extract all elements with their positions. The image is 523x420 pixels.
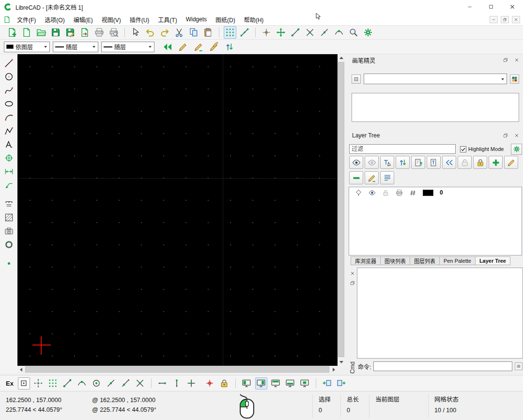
restrict-orthogonal-button[interactable] bbox=[185, 377, 198, 390]
grid-toggle-button[interactable] bbox=[224, 26, 236, 39]
pick-pen-button[interactable] bbox=[177, 41, 189, 53]
dock-area-right-button[interactable] bbox=[255, 377, 267, 390]
snap-entity-button[interactable] bbox=[76, 377, 88, 390]
new-from-template-button[interactable] bbox=[20, 26, 33, 39]
layer-lock-icon[interactable] bbox=[382, 189, 389, 196]
layer-construction-icon[interactable] bbox=[409, 189, 416, 196]
scroll-up-arrow[interactable] bbox=[338, 54, 345, 61]
command-history-output[interactable] bbox=[357, 268, 523, 359]
current-layer-flag-icon[interactable] bbox=[355, 189, 362, 196]
menu-options[interactable]: 选项(O) bbox=[40, 14, 69, 25]
mdi-close-button[interactable] bbox=[512, 16, 520, 23]
paste-button[interactable] bbox=[202, 26, 215, 39]
snap-free-button[interactable] bbox=[32, 377, 45, 390]
isometric-grid-button[interactable] bbox=[238, 26, 251, 39]
layer-list[interactable]: 0 bbox=[349, 187, 522, 255]
apply-pen-button[interactable] bbox=[192, 41, 205, 53]
layer-print-icon[interactable] bbox=[396, 189, 403, 196]
command-close-button[interactable] bbox=[349, 270, 356, 277]
dimension-tool-button[interactable] bbox=[2, 165, 15, 178]
previous-view-button[interactable] bbox=[161, 41, 174, 53]
layer-row[interactable]: 0 bbox=[349, 187, 522, 198]
hatch-tool-button[interactable] bbox=[2, 211, 15, 224]
exclusive-snap-toggle-button[interactable] bbox=[18, 377, 30, 390]
point-tool-button[interactable] bbox=[2, 257, 15, 270]
layer-color-combobox[interactable]: 依图层 bbox=[4, 42, 50, 52]
layer-properties-button[interactable] bbox=[380, 171, 394, 184]
highlight-mode-checkbox[interactable] bbox=[460, 146, 466, 152]
hide-all-layers-button[interactable] bbox=[365, 156, 379, 169]
menu-edit[interactable]: 编辑(E) bbox=[69, 14, 97, 25]
snap-intersection-button[interactable] bbox=[304, 26, 316, 39]
chevron-down-icon[interactable] bbox=[42, 42, 49, 52]
snap-grid-button[interactable] bbox=[275, 26, 287, 39]
print-preview-button[interactable] bbox=[108, 26, 120, 39]
text-tool-button[interactable] bbox=[2, 138, 15, 150]
leader-tool-button[interactable] bbox=[2, 179, 15, 191]
snap-middle-button[interactable] bbox=[105, 377, 117, 390]
collapse-tree-button[interactable] bbox=[442, 156, 456, 169]
ellipse-tool-button[interactable] bbox=[2, 97, 15, 110]
mtext-tool-button[interactable] bbox=[2, 197, 15, 210]
lock-all-layers-button[interactable] bbox=[473, 156, 487, 169]
cut-button[interactable] bbox=[173, 26, 185, 39]
print-button[interactable] bbox=[93, 26, 106, 39]
snap-distance-button[interactable] bbox=[120, 377, 132, 390]
mdi-minimize-button[interactable] bbox=[490, 16, 498, 23]
layer-filter-input[interactable] bbox=[349, 144, 456, 154]
zoom-pointer-button[interactable] bbox=[347, 26, 360, 39]
restrict-vertical-button[interactable] bbox=[171, 377, 183, 390]
horizontal-scroll-thumb[interactable] bbox=[25, 366, 329, 373]
rename-layer-button[interactable] bbox=[365, 171, 379, 184]
swap-pen-button[interactable] bbox=[223, 41, 236, 53]
snap-middle-button[interactable] bbox=[318, 26, 331, 39]
scroll-right-arrow[interactable] bbox=[330, 366, 338, 373]
layer-tree-close-button[interactable] bbox=[513, 132, 521, 139]
menu-plugins[interactable]: 插件(U) bbox=[125, 14, 154, 25]
tab-layer-list[interactable]: 图层列表 bbox=[410, 256, 440, 265]
export-button[interactable] bbox=[78, 26, 91, 39]
horizontal-scrollbar[interactable] bbox=[17, 366, 338, 373]
pen-wizard-combo-input[interactable] bbox=[366, 74, 499, 84]
edit-layer-button[interactable] bbox=[504, 156, 518, 169]
snap-entity-button[interactable] bbox=[333, 26, 345, 39]
pen-wizard-pin-button[interactable] bbox=[352, 75, 361, 84]
circle-tool-button[interactable] bbox=[2, 70, 15, 83]
copy-pen-button[interactable] bbox=[208, 41, 220, 53]
import-layers-button[interactable] bbox=[427, 156, 441, 169]
dock-area-left-button[interactable] bbox=[241, 377, 253, 390]
command-options-button[interactable] bbox=[515, 362, 523, 370]
tab-block-list[interactable]: 图块列表 bbox=[380, 256, 410, 265]
pen-wizard-close-button[interactable] bbox=[513, 57, 521, 64]
snap-grid-button[interactable] bbox=[47, 377, 59, 390]
vertical-scrollbar[interactable] bbox=[338, 54, 345, 366]
tab-pen-palette[interactable]: Pen Palette bbox=[439, 256, 476, 265]
snap-center-button[interactable] bbox=[91, 377, 103, 390]
copy-button[interactable] bbox=[187, 26, 200, 39]
polyline-tool-button[interactable] bbox=[2, 124, 15, 137]
linetype-combobox[interactable]: 随层 bbox=[53, 42, 98, 52]
pen-wizard-list[interactable] bbox=[352, 93, 519, 122]
lock-relative-zero-button[interactable] bbox=[218, 377, 231, 390]
set-relative-zero-button[interactable] bbox=[204, 377, 216, 390]
mdi-restore-button[interactable] bbox=[501, 16, 509, 23]
kill-actions-button[interactable] bbox=[129, 26, 142, 39]
move-layer-button[interactable] bbox=[396, 156, 410, 169]
select-layer-button[interactable] bbox=[380, 156, 394, 169]
layer-tree-settings-button[interactable] bbox=[511, 144, 522, 155]
add-left-dock-button[interactable] bbox=[321, 377, 333, 390]
menu-help[interactable]: 帮助(H) bbox=[240, 14, 268, 25]
command-input[interactable] bbox=[373, 361, 512, 371]
scroll-left-arrow[interactable] bbox=[17, 366, 25, 373]
tab-layer-tree[interactable]: Layer Tree bbox=[475, 256, 510, 265]
linewidth-combobox[interactable]: 随层 bbox=[101, 42, 154, 52]
layer-tree-float-button[interactable] bbox=[502, 132, 509, 139]
add-layer-button[interactable] bbox=[489, 156, 503, 169]
spline-tool-button[interactable] bbox=[2, 84, 15, 96]
layer-color-swatch[interactable] bbox=[423, 190, 433, 196]
dock-area-top-button[interactable] bbox=[270, 377, 282, 390]
add-right-dock-button[interactable] bbox=[336, 377, 348, 390]
snap-free-button[interactable] bbox=[260, 26, 273, 39]
arc-tool-button[interactable] bbox=[2, 111, 15, 123]
dock-area-floating-button[interactable] bbox=[299, 377, 311, 390]
